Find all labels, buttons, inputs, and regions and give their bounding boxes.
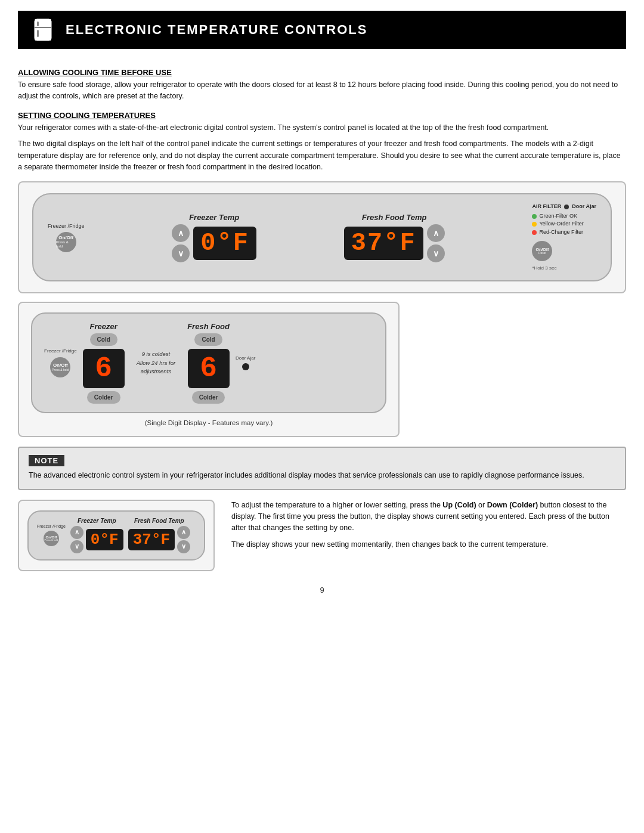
hold-note: *Hold 3 sec xyxy=(532,265,556,272)
bottom-section: Freezer /Fridge On/Off Press & hold Free… xyxy=(18,500,626,571)
mini-fresh-food-section: Fresh Food Temp 37°F ∧ ∨ xyxy=(128,518,190,553)
mini-control-panel: Freezer /Fridge On/Off Press & hold Free… xyxy=(27,510,205,561)
filter-order-label: Yellow-Order Filter xyxy=(539,220,583,228)
freezer-arrows: ∧ ∨ xyxy=(172,224,190,262)
on-off-button-right[interactable]: On/Off Reset xyxy=(532,241,552,261)
sd-freezer-label: Freezer xyxy=(90,322,117,331)
freezer-up-button[interactable]: ∧ xyxy=(172,224,190,242)
section2-para2: The two digital displays on the left hal… xyxy=(18,138,626,173)
page-number: 9 xyxy=(18,586,626,604)
freezer-down-button[interactable]: ∨ xyxy=(172,244,190,262)
section-cooling-time: ALLOWING COOLING TIME BEFORE USE To ensu… xyxy=(18,68,626,103)
single-digit-panel: Freezer /Fridge On/Off Press & hold Free… xyxy=(31,312,386,413)
single-digit-diagram: Freezer /Fridge On/Off Press & hold Free… xyxy=(18,302,400,437)
bottom-text: To adjust the temperature to a higher or… xyxy=(231,500,626,556)
door-ajar-dot xyxy=(564,205,569,209)
mini-fresh-food-display: 37°F xyxy=(128,529,175,550)
mini-on-off-button[interactable]: On/Off Press & hold xyxy=(44,531,59,546)
fresh-food-up-button[interactable]: ∧ xyxy=(427,224,445,242)
freezer-colder-button[interactable]: Colder xyxy=(87,391,120,404)
fresh-food-digit-display: 6 xyxy=(188,349,230,388)
freezer-cold-button[interactable]: Cold xyxy=(90,333,117,346)
panel-left-1: Freezer /Fridge On/Off Press & hold xyxy=(48,223,85,252)
down-colder-bold: Down (Colder) xyxy=(487,501,538,509)
mini-freezer-section: Freezer Temp ∧ ∨ 0°F xyxy=(70,518,123,553)
sd-fresh-food-label: Fresh Food xyxy=(187,322,230,331)
main-content: ALLOWING COOLING TIME BEFORE USE To ensu… xyxy=(0,49,644,616)
air-filter-row: AIR FILTER Door Ajar xyxy=(532,203,596,211)
svg-rect-5 xyxy=(37,30,39,37)
green-dot xyxy=(532,214,537,219)
up-cold-bold: Up (Cold) xyxy=(442,501,476,509)
freezer-temp-section: Freezer Temp ∧ ∨ 0°F xyxy=(172,213,256,262)
page-title: ELECTRONIC TEMPERATURE CONTROLS xyxy=(66,22,367,38)
fresh-food-cold-button[interactable]: Cold xyxy=(194,333,222,346)
filter-legend: Green-Filter OK Yellow-Order Filter Red-… xyxy=(532,212,583,237)
fresh-food-down-button[interactable]: ∨ xyxy=(427,244,445,262)
freezer-display: 0°F xyxy=(193,227,256,260)
diagram-box-1: Freezer /Fridge On/Off Press & hold Free… xyxy=(18,181,626,293)
freezer-temp-controls: ∧ ∨ 0°F xyxy=(172,224,256,262)
sd-door-ajar-col: Door Ajar xyxy=(236,355,255,370)
air-filter-label: AIR FILTER xyxy=(532,203,561,211)
sd-caption: (Single Digit Display - Features may var… xyxy=(31,419,386,426)
sd-freezer-fridge-label: Freezer /Fridge xyxy=(44,348,77,354)
mini-freezer-fridge-label: Freezer /Fridge xyxy=(37,524,66,529)
fresh-food-arrows: ∧ ∨ xyxy=(427,224,445,262)
freezer-fridge-label-1: Freezer /Fridge xyxy=(48,223,85,230)
bottom-para1: To adjust the temperature to a higher or… xyxy=(231,500,626,534)
header-icon xyxy=(30,17,56,43)
svg-rect-4 xyxy=(37,21,39,26)
section1-text: To ensure safe food storage, allow your … xyxy=(18,79,626,103)
section2-para1: Your refrigerator comes with a state-of-… xyxy=(18,122,626,134)
sd-freezer-section: Freezer Cold 6 Colder xyxy=(83,322,125,404)
fresh-food-temp-label: Fresh Food Temp xyxy=(362,213,427,222)
sd-center-note: 9 is coldest Allow 24 hrs for adjustment… xyxy=(131,350,181,376)
on-off-button-1[interactable]: On/Off Press & hold xyxy=(56,232,76,252)
door-ajar-label: Door Ajar xyxy=(572,203,596,211)
page-header: ELECTRONIC TEMPERATURE CONTROLS xyxy=(18,11,626,49)
mini-freezer-display: 0°F xyxy=(86,529,123,550)
sd-left-col: Freezer /Fridge On/Off Press & hold xyxy=(44,348,77,377)
fresh-food-display: 37°F xyxy=(344,227,423,260)
freezer-digit-display: 6 xyxy=(83,349,125,388)
mini-left: Freezer /Fridge On/Off Press & hold xyxy=(37,524,66,546)
note-box: NOTE The advanced electronic control sys… xyxy=(18,447,626,490)
mini-freezer-up-button[interactable]: ∧ xyxy=(70,526,83,539)
sd-fresh-food-section: Fresh Food Cold 6 Colder xyxy=(187,322,230,404)
section1-heading: ALLOWING COOLING TIME BEFORE USE xyxy=(18,68,626,77)
sd-door-ajar-dot xyxy=(242,363,249,370)
fresh-food-temp-section: Fresh Food Temp 37°F ∧ ∨ xyxy=(344,213,445,262)
fresh-food-colder-button[interactable]: Colder xyxy=(192,391,225,404)
red-dot xyxy=(532,230,537,235)
yellow-dot xyxy=(532,222,537,227)
section2-heading: SETTING COOLING TEMPERATURES xyxy=(18,111,626,120)
note-label: NOTE xyxy=(29,455,64,466)
mini-fresh-food-label: Fresh Food Temp xyxy=(134,518,184,524)
freezer-temp-label: Freezer Temp xyxy=(189,213,239,222)
note-text: The advanced electronic control system i… xyxy=(29,470,615,481)
control-panel-1: Freezer /Fridge On/Off Press & hold Free… xyxy=(32,193,612,281)
panel-right-1: AIR FILTER Door Ajar Green-Filter OK Yel… xyxy=(532,203,596,272)
mini-freezer-label: Freezer Temp xyxy=(78,518,116,524)
fresh-food-temp-controls: 37°F ∧ ∨ xyxy=(344,224,445,262)
center-note-text: 9 is coldest Allow 24 hrs for adjustment… xyxy=(137,350,175,376)
section-cooling-temps: SETTING COOLING TEMPERATURES Your refrig… xyxy=(18,111,626,174)
mini-fresh-food-down-button[interactable]: ∨ xyxy=(177,540,190,553)
filter-ok-label: Green-Filter OK xyxy=(539,212,577,221)
bottom-para2: The display shows your new setting momen… xyxy=(231,539,626,550)
mini-freezer-down-button[interactable]: ∨ xyxy=(70,540,83,553)
bottom-diagram: Freezer /Fridge On/Off Press & hold Free… xyxy=(18,500,215,571)
mini-fresh-food-up-button[interactable]: ∧ xyxy=(177,526,190,539)
filter-change-label: Red-Change Filter xyxy=(539,228,583,237)
sd-on-off-button[interactable]: On/Off Press & hold xyxy=(50,357,70,377)
sd-door-ajar-label: Door Ajar xyxy=(236,355,255,361)
